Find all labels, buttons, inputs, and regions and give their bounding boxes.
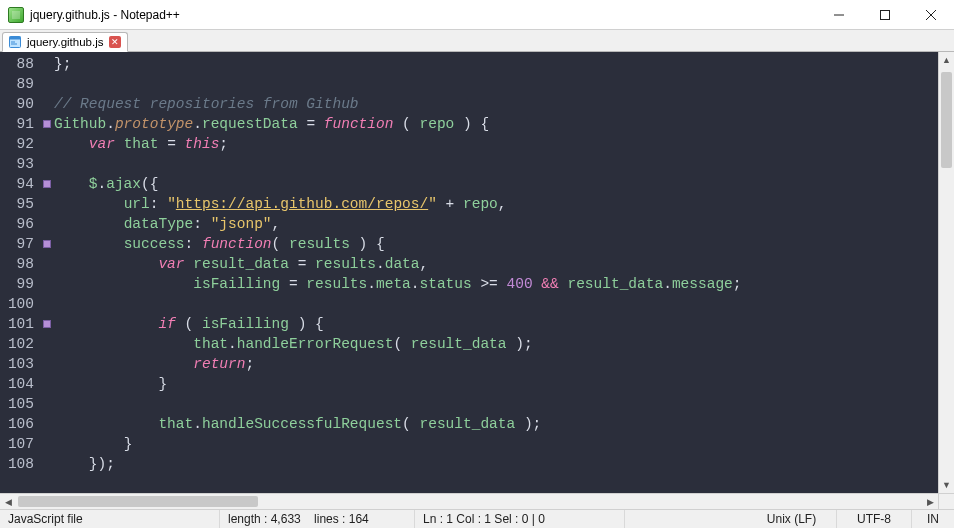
editor-area: 8889909192939495969798991001011021031041… bbox=[0, 52, 954, 493]
code-line[interactable]: } bbox=[54, 434, 938, 454]
scroll-up-arrow-icon[interactable]: ▲ bbox=[939, 52, 954, 68]
tab-close-button[interactable]: ✕ bbox=[109, 36, 121, 48]
code-line[interactable] bbox=[54, 154, 938, 174]
line-number: 108 bbox=[0, 454, 34, 474]
line-number-gutter: 8889909192939495969798991001011021031041… bbox=[0, 52, 40, 493]
vscroll-thumb[interactable] bbox=[941, 72, 952, 168]
status-bar: JavaScript file length : 4,633 lines : 1… bbox=[0, 509, 954, 528]
tab-bar: jquery.github.js ✕ bbox=[0, 30, 954, 52]
line-number: 103 bbox=[0, 354, 34, 374]
line-number: 104 bbox=[0, 374, 34, 394]
code-line[interactable]: }; bbox=[54, 54, 938, 74]
code-line[interactable] bbox=[54, 294, 938, 314]
code-line[interactable]: isFailling = results.meta.status >= 400 … bbox=[54, 274, 938, 294]
window-buttons bbox=[816, 0, 954, 29]
status-length: length : 4,633 lines : 164 bbox=[220, 510, 415, 528]
svg-rect-1 bbox=[881, 10, 890, 19]
fold-marker-slot bbox=[40, 414, 54, 434]
vertical-scrollbar[interactable]: ▲ ▼ bbox=[938, 52, 954, 493]
scroll-right-arrow-icon[interactable]: ▶ bbox=[922, 494, 938, 509]
horizontal-scrollbar[interactable]: ◀ ▶ bbox=[0, 493, 954, 509]
status-eol: Unix (LF) bbox=[747, 510, 837, 528]
fold-marker[interactable] bbox=[43, 240, 51, 248]
file-icon bbox=[8, 35, 22, 49]
fold-marker-slot bbox=[40, 214, 54, 234]
maximize-button[interactable] bbox=[862, 0, 908, 29]
scroll-left-arrow-icon[interactable]: ◀ bbox=[0, 494, 16, 509]
status-encoding: UTF-8 bbox=[837, 510, 912, 528]
line-number: 107 bbox=[0, 434, 34, 454]
vscroll-track[interactable] bbox=[939, 68, 954, 477]
line-number: 97 bbox=[0, 234, 34, 254]
titlebar: jquery.github.js - Notepad++ bbox=[0, 0, 954, 30]
line-number: 95 bbox=[0, 194, 34, 214]
code-line[interactable]: that.handleSuccessfulRequest( result_dat… bbox=[54, 414, 938, 434]
fold-marker-slot bbox=[40, 334, 54, 354]
line-number: 96 bbox=[0, 214, 34, 234]
line-number: 105 bbox=[0, 394, 34, 414]
code-line[interactable] bbox=[54, 394, 938, 414]
line-number: 91 bbox=[0, 114, 34, 134]
fold-marker[interactable] bbox=[43, 120, 51, 128]
code-line[interactable]: success: function( results ) { bbox=[54, 234, 938, 254]
code-line[interactable]: } bbox=[54, 374, 938, 394]
code-line[interactable]: $.ajax({ bbox=[54, 174, 938, 194]
status-language: JavaScript file bbox=[0, 510, 220, 528]
file-tab[interactable]: jquery.github.js ✕ bbox=[2, 32, 128, 52]
code-line[interactable] bbox=[54, 74, 938, 94]
line-number: 106 bbox=[0, 414, 34, 434]
editor[interactable]: 8889909192939495969798991001011021031041… bbox=[0, 52, 938, 493]
line-number: 89 bbox=[0, 74, 34, 94]
code-line[interactable]: dataType: "jsonp", bbox=[54, 214, 938, 234]
code-line[interactable]: return; bbox=[54, 354, 938, 374]
line-number: 99 bbox=[0, 274, 34, 294]
line-number: 90 bbox=[0, 94, 34, 114]
code-line[interactable]: var result_data = results.data, bbox=[54, 254, 938, 274]
close-icon bbox=[926, 10, 936, 20]
code-line[interactable]: that.handleErrorRequest( result_data ); bbox=[54, 334, 938, 354]
fold-marker-slot bbox=[40, 354, 54, 374]
line-number: 94 bbox=[0, 174, 34, 194]
code-line[interactable]: }); bbox=[54, 454, 938, 474]
code-content[interactable]: };// Request repositories from GithubGit… bbox=[54, 52, 938, 493]
fold-marker-slot bbox=[40, 314, 54, 334]
maximize-icon bbox=[880, 10, 890, 20]
line-number: 88 bbox=[0, 54, 34, 74]
fold-marker-slot bbox=[40, 394, 54, 414]
fold-marker-slot bbox=[40, 54, 54, 74]
minimize-icon bbox=[834, 10, 844, 20]
tab-label: jquery.github.js bbox=[27, 36, 104, 48]
fold-marker-slot bbox=[40, 374, 54, 394]
svg-rect-5 bbox=[10, 37, 21, 40]
line-number: 101 bbox=[0, 314, 34, 334]
code-line[interactable]: var that = this; bbox=[54, 134, 938, 154]
code-line[interactable]: // Request repositories from Github bbox=[54, 94, 938, 114]
fold-marker-slot bbox=[40, 74, 54, 94]
hscroll-track[interactable] bbox=[16, 494, 922, 509]
line-number: 93 bbox=[0, 154, 34, 174]
status-insert-mode: IN bbox=[912, 510, 954, 528]
fold-marker-slot bbox=[40, 274, 54, 294]
minimize-button[interactable] bbox=[816, 0, 862, 29]
fold-marker-slot bbox=[40, 294, 54, 314]
code-line[interactable]: url: "https://api.github.com/repos/" + r… bbox=[54, 194, 938, 214]
close-button[interactable] bbox=[908, 0, 954, 29]
code-line[interactable]: Github.prototype.requestData = function … bbox=[54, 114, 938, 134]
fold-marker-slot bbox=[40, 454, 54, 474]
fold-marker-slot bbox=[40, 94, 54, 114]
line-number: 102 bbox=[0, 334, 34, 354]
status-position: Ln : 1 Col : 1 Sel : 0 | 0 bbox=[415, 510, 625, 528]
code-line[interactable]: if ( isFailling ) { bbox=[54, 314, 938, 334]
line-number: 100 bbox=[0, 294, 34, 314]
app-icon bbox=[8, 7, 24, 23]
status-length-value: length : 4,633 bbox=[228, 512, 301, 526]
fold-marker-slot bbox=[40, 154, 54, 174]
fold-marker[interactable] bbox=[43, 180, 51, 188]
fold-marker-slot bbox=[40, 134, 54, 154]
fold-marker-slot bbox=[40, 434, 54, 454]
line-number: 98 bbox=[0, 254, 34, 274]
fold-marker-slot bbox=[40, 114, 54, 134]
fold-marker[interactable] bbox=[43, 320, 51, 328]
hscroll-thumb[interactable] bbox=[18, 496, 258, 507]
scroll-down-arrow-icon[interactable]: ▼ bbox=[939, 477, 954, 493]
